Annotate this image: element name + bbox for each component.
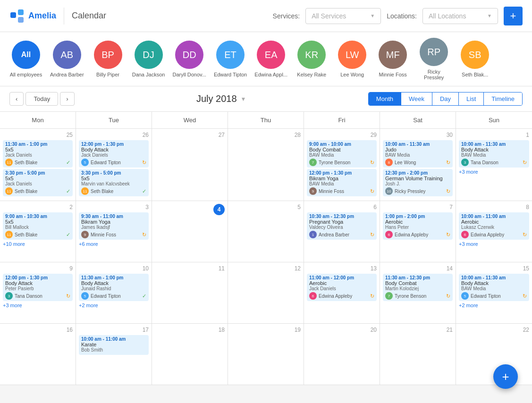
view-btn-week[interactable]: Week (401, 92, 432, 105)
employee-name-edwina: Edwina Appl... (254, 72, 287, 77)
event-29-1[interactable]: 12:00 pm - 1:30 pm Bikram Yoga BAW Media… (307, 169, 377, 196)
event-time: 11:30 am - 1:00 pm (81, 275, 146, 280)
svg-rect-1 (18, 9, 24, 15)
cal-cell-14: 14 11:30 am - 12:30 pm Body Combat Marti… (380, 262, 456, 324)
employee-avatar-dana: DJ (135, 41, 163, 69)
event-footer: 10 Ricky Pressley ↻ (385, 187, 450, 195)
event-avatar: 6 (461, 231, 469, 238)
event-15-0[interactable]: 10:00 am - 11:30 am Body Attack BAW Medi… (459, 274, 529, 301)
employee-item-minnie[interactable]: MFMinnie Foss (376, 41, 409, 77)
fab-add-button[interactable]: + (493, 364, 518, 385)
event-avatar: 6 (385, 231, 393, 238)
event-26-0[interactable]: 12:00 pm - 1:30 pm Body Attack Jack Dani… (79, 140, 149, 168)
cal-date-3: 3 (79, 204, 149, 210)
more-link-9[interactable]: +3 more (3, 302, 73, 308)
more-link-2[interactable]: +10 more (3, 241, 73, 247)
event-8-0[interactable]: 10:00 am - 11:00 am Aerobic Lukasz Czerw… (459, 212, 529, 240)
event-30-0[interactable]: 10:00 am - 11:30 am Judo BAW Media 8 Lee… (383, 140, 453, 168)
event-17-0[interactable]: 10:00 am - 11:00 am Karate Bob Smith (79, 335, 149, 355)
event-person: Minnie Foss (319, 189, 344, 194)
cal-cell-19: 19 (228, 324, 304, 385)
more-link-3[interactable]: +6 more (79, 241, 149, 247)
event-name: Bikram Yoga (309, 176, 374, 181)
cal-cell-8: 8 10:00 am - 11:00 am Aerobic Lukasz Cze… (456, 201, 532, 262)
employee-item-lee[interactable]: LWLee Wong (336, 41, 369, 77)
cal-cell-30: 30 10:00 am - 11:30 am Judo BAW Media 8 … (380, 129, 456, 201)
cal-date-5: 5 (231, 204, 301, 210)
cal-date-17: 17 (79, 327, 149, 333)
event-3-0[interactable]: 9:30 am - 11:00 am Bikram Yoga James Ika… (79, 212, 149, 240)
event-person: Tyrone Benson (319, 160, 350, 165)
cal-cell-10: 10 11:30 am - 1:00 pm Body Attack Junaid… (76, 262, 152, 324)
employee-avatar-all: All (12, 41, 40, 69)
event-avatar: 5 (461, 292, 469, 300)
cal-header-tue: Tue (76, 112, 152, 128)
employee-item-all[interactable]: AllAll employees (9, 41, 42, 77)
header-add-button[interactable]: + (504, 7, 523, 25)
view-btn-timeline[interactable]: Timeline (484, 92, 522, 105)
employee-item-edward[interactable]: ETEdward Tipton (214, 41, 247, 77)
nav-buttons: ‹ Today › (9, 92, 75, 106)
event-footer: 6 Edwina Appleby ↻ (461, 231, 527, 238)
cal-date-22: 22 (459, 327, 529, 333)
event-7-0[interactable]: 1:00 pm - 2:00 pm Aerobic Hans Peter 6 E… (383, 212, 453, 240)
cal-header-wed: Wed (152, 112, 228, 128)
calendar-header: MonTueWedThuFriSatSun (0, 112, 532, 129)
services-label: Services: (273, 12, 300, 20)
event-avatar: 7 (309, 159, 317, 166)
event-time: 12:30 pm - 2:00 pm (385, 170, 450, 176)
more-link-10[interactable]: +2 more (79, 302, 149, 308)
event-9-0[interactable]: 12:00 pm - 1:30 pm Body Attack Peter Pas… (3, 274, 73, 301)
view-btn-list[interactable]: List (459, 92, 484, 105)
today-button[interactable]: Today (25, 92, 58, 106)
view-btn-day[interactable]: Day (432, 92, 459, 105)
event-6-0[interactable]: 10:30 am - 12:30 pm Pregnant Yoga Valdec… (307, 212, 377, 240)
event-time: 3:30 pm - 5:00 pm (5, 170, 70, 176)
event-2-0[interactable]: 9:00 am - 10:30 am 5x5 Bill Mallock 11 S… (3, 212, 73, 240)
employee-item-kelsey[interactable]: KRKelsey Rake (295, 41, 328, 77)
employee-item-ricky[interactable]: RPRicky Pressley (417, 38, 451, 80)
cal-header-fri: Fri (304, 112, 380, 128)
cal-cell-26: 26 12:00 pm - 1:30 pm Body Attack Jack D… (76, 129, 152, 201)
services-select[interactable]: All Services ▼ (305, 8, 381, 24)
cal-date-15: 15 (459, 265, 529, 272)
employee-avatar-edward: ET (216, 41, 245, 69)
event-14-0[interactable]: 11:30 am - 12:30 pm Body Combat Martin K… (383, 274, 453, 301)
event-name: Body Attack (461, 280, 527, 286)
employee-item-billy[interactable]: BPBilly Piper (92, 41, 125, 77)
more-link-15[interactable]: +2 more (459, 302, 529, 308)
event-footer: 5 Edward Tipton ↻ (461, 292, 527, 300)
cal-date-2: 2 (3, 204, 73, 210)
month-dropdown-icon[interactable]: ▼ (241, 96, 246, 102)
event-name: Aerobic (309, 280, 374, 286)
event-29-0[interactable]: 9:00 am - 10:00 am Body Combat BAW Media… (307, 140, 377, 168)
event-1-0[interactable]: 10:00 am - 11:30 am Body Attack BAW Medi… (459, 140, 529, 168)
event-26-1[interactable]: 3:30 pm - 5:00 pm 5x5 Marvin van Kalcvsb… (79, 169, 149, 196)
view-btn-month[interactable]: Month (369, 92, 401, 105)
employee-item-dana[interactable]: DJDana Jackson (132, 41, 165, 77)
event-org: James Ikadsjf (81, 225, 146, 230)
event-time: 9:00 am - 10:30 am (5, 214, 70, 219)
more-link-8[interactable]: +3 more (459, 241, 529, 247)
employee-item-daryll[interactable]: DDDaryll Donov... (173, 41, 206, 77)
employee-item-seth[interactable]: SBSeth Blak... (458, 41, 491, 77)
event-10-0[interactable]: 11:30 am - 1:00 pm Body Attack Junaid Ra… (79, 274, 149, 301)
status-refresh-icon: ↻ (142, 160, 146, 166)
locations-select[interactable]: All Locations ▼ (422, 8, 498, 24)
header-divider (64, 8, 64, 25)
employee-item-andrea[interactable]: ABAndrea Barber (50, 41, 84, 77)
event-person: Seth Blake (15, 232, 37, 237)
event-30-1[interactable]: 12:30 pm - 2:00 pm German Volume Trainin… (383, 169, 453, 196)
event-time: 10:30 am - 12:30 pm (309, 214, 374, 219)
event-13-0[interactable]: 11:00 am - 12:00 pm Aerobic Jack Daniels… (307, 274, 377, 301)
event-org: BAW Media (461, 286, 527, 291)
event-25-1[interactable]: 3:30 pm - 5:00 pm 5x5 Jack Daniels 11 Se… (3, 169, 73, 196)
event-person: Tana Danson (15, 294, 42, 299)
next-button[interactable]: › (60, 92, 74, 106)
cal-cell-9: 9 12:00 pm - 1:30 pm Body Attack Peter P… (0, 262, 76, 324)
employee-item-edwina[interactable]: EAEdwina Appl... (254, 41, 287, 77)
more-link-1[interactable]: +3 more (459, 169, 529, 175)
event-org: BAW Media (461, 152, 527, 158)
prev-button[interactable]: ‹ (9, 92, 24, 106)
event-25-0[interactable]: 11:30 am - 1:00 pm 5x5 Jack Daniels 11 S… (3, 140, 73, 168)
